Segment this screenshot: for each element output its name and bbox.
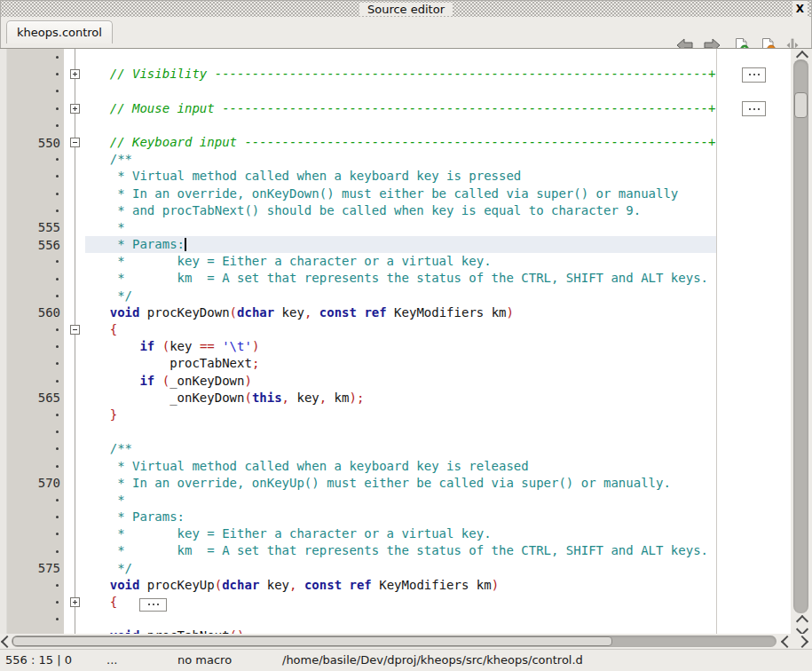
code-segment-pc: ( (230, 305, 237, 320)
line-dot-icon (56, 516, 59, 518)
code-segment-pc: ) (492, 578, 499, 592)
line-dot-icon (56, 430, 59, 433)
horizontal-scrollbar-thumb[interactable] (12, 636, 612, 646)
code-line[interactable]: void procKeyDown(dchar key, const ref Ke… (80, 304, 791, 321)
line-dot-icon (56, 278, 59, 280)
line-marker-dot (7, 509, 64, 525)
code-segment-dc: */ (80, 561, 132, 575)
code-line[interactable] (80, 83, 791, 99)
scroll-left-icon[interactable] (781, 635, 793, 648)
line-dot-icon (56, 380, 59, 383)
code-segment-pl (80, 407, 110, 422)
line-dot-icon (56, 414, 59, 416)
fold-plus-bar (75, 72, 75, 76)
fold-marker-collapsed[interactable] (70, 104, 80, 114)
close-icon[interactable]: X (792, 1, 808, 17)
horizontal-scrollbar[interactable] (0, 634, 812, 649)
code-segment-pl: key (169, 339, 200, 353)
fold-margin (64, 49, 80, 634)
status-bar: 556 : 15 | 0 ... no macro /home/basile/D… (0, 649, 812, 671)
code-line[interactable]: */ (80, 560, 791, 577)
code-line[interactable]: void procTabNext() (80, 628, 791, 634)
code-line[interactable]: /** (80, 151, 791, 168)
line-marker-dot (7, 168, 64, 185)
code-line[interactable]: * key = Either a character or a virtual … (80, 525, 791, 542)
line-dot-icon (56, 158, 59, 161)
code-segment-pl: key (289, 391, 319, 405)
line-marker-dot (7, 288, 64, 304)
code-line[interactable]: * In an override, onKeyDown() must eithe… (80, 186, 791, 202)
line-marker-dot (7, 253, 64, 270)
fold-marker-collapsed[interactable] (70, 69, 80, 79)
gutter-strip (0, 49, 7, 634)
code-line[interactable]: * (80, 492, 791, 509)
code-text-area[interactable]: // Visibility --------------------------… (80, 49, 791, 634)
code-line[interactable]: * and procTabNext() should be called whe… (80, 202, 791, 219)
code-segment-pl (342, 578, 349, 592)
fold-marker-expanded[interactable] (70, 325, 80, 335)
code-editor[interactable]: 550555556560565570575 // Visibility ----… (0, 49, 791, 634)
code-line[interactable]: */ (80, 288, 791, 304)
ellipsis-dot (753, 74, 755, 75)
code-line[interactable]: /** (80, 440, 791, 457)
line-marker-dot (7, 321, 64, 338)
code-segment-pl: key (259, 578, 289, 592)
code-line[interactable] (80, 117, 791, 134)
titlebar[interactable]: Source editor X (1, 1, 811, 17)
code-line[interactable]: * Virtual method called when a keyboard … (80, 458, 791, 475)
code-line[interactable]: * In an override, onKeyUp() must either … (80, 475, 791, 492)
code-line[interactable]: { (80, 594, 791, 611)
code-line[interactable]: // Keyboard input ----------------------… (80, 134, 791, 151)
code-segment-pc: ( (162, 339, 169, 353)
code-segment-pc: , (319, 391, 327, 405)
line-dot-icon (56, 209, 59, 212)
code-line[interactable]: { (80, 321, 791, 338)
code-segment-dc: * km = A set that represents the status … (80, 271, 708, 285)
code-line[interactable]: * key = Either a character or a virtual … (80, 253, 791, 270)
line-marker-dot (7, 525, 64, 542)
collapsed-code-box[interactable] (139, 598, 167, 612)
code-line[interactable]: if (key == '\t') (80, 338, 791, 355)
line-dot-icon (56, 533, 59, 535)
scroll-right-icon[interactable] (796, 635, 808, 648)
code-segment-pc: ); (349, 391, 364, 405)
code-segment-dc: * km = A set that represents the status … (80, 543, 708, 557)
fold-marker-expanded[interactable] (70, 138, 80, 147)
code-line[interactable] (80, 49, 791, 66)
code-line[interactable]: * (80, 219, 791, 236)
code-segment-kw: const (319, 305, 357, 320)
code-line[interactable]: if (_onKeyDown) (80, 373, 791, 390)
code-line[interactable]: procTabNext; (80, 355, 791, 372)
line-marker-dot (7, 458, 64, 475)
collapsed-code-box[interactable] (742, 67, 766, 83)
code-segment-pl (80, 374, 139, 388)
code-segment-kw: const (304, 578, 342, 592)
code-line[interactable] (80, 611, 791, 628)
line-number: 555 (7, 219, 64, 236)
fold-marker-collapsed[interactable] (70, 597, 80, 607)
vertical-scrollbar[interactable] (791, 49, 812, 634)
code-line[interactable]: // Mouse input -------------------------… (80, 100, 791, 117)
code-line[interactable]: void procKeyUp(dchar key, const ref KeyM… (80, 577, 791, 594)
ellipsis-dot (148, 604, 150, 605)
line-marker-dot (7, 117, 64, 134)
line-marker-dot (7, 423, 64, 440)
collapsed-code-box[interactable] (742, 101, 766, 116)
horizontal-scrollbar-track[interactable] (12, 635, 777, 647)
code-segment-pc: ( (162, 374, 169, 388)
vertical-scrollbar-thumb[interactable] (794, 92, 808, 118)
code-line[interactable]: } (80, 407, 791, 423)
code-segment-dc: * and procTabNext() should be called whe… (80, 203, 641, 217)
code-line[interactable]: // Visibility --------------------------… (80, 66, 791, 83)
code-segment-pl (296, 578, 304, 592)
code-line[interactable]: * Virtual method called when a keyboard … (80, 168, 791, 185)
tab-kheops-control[interactable]: kheops.control (6, 20, 113, 43)
code-line[interactable]: * km = A set that represents the status … (80, 542, 791, 559)
code-line[interactable]: * Params: (80, 236, 791, 253)
code-line[interactable]: * Params: (80, 509, 791, 525)
vertical-scrollbar-track[interactable] (793, 59, 808, 613)
line-dot-icon (56, 90, 59, 92)
code-line[interactable]: _onKeyDown(this, key, km); (80, 390, 791, 407)
code-line[interactable] (80, 423, 791, 440)
code-line[interactable]: * km = A set that represents the status … (80, 270, 791, 287)
